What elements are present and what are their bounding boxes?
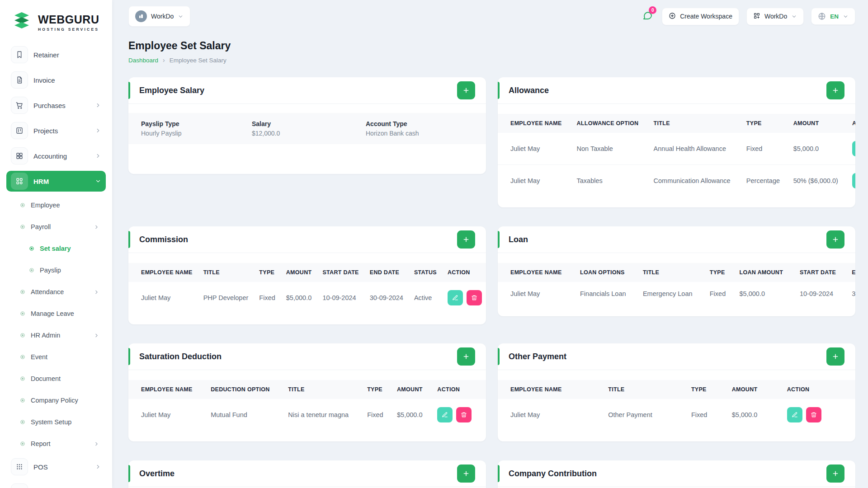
sidebar-item-pos[interactable]: POS	[6, 456, 106, 477]
breadcrumb-dashboard-link[interactable]: Dashboard	[128, 57, 158, 64]
table-cell: Juliet May	[128, 282, 198, 314]
employee-salary-body: Payslip Type Hourly Payslip Salary $12,0…	[128, 104, 486, 174]
chevron-right-icon	[94, 333, 99, 338]
bullet-icon	[20, 202, 25, 208]
purchases-icon	[11, 97, 28, 114]
table-cell: Juliet May	[498, 165, 571, 197]
breadcrumb-separator-icon: ›	[163, 56, 165, 64]
table-row: Juliet MayFinancials LoanEmergency LoanF…	[498, 282, 855, 305]
pos-icon	[11, 458, 28, 475]
add-commission-button[interactable]	[457, 230, 475, 249]
messages-button[interactable]: 0	[642, 10, 653, 23]
add-saturation-deduction-button[interactable]	[457, 347, 475, 366]
sidebar-item-company-policy[interactable]: Company Policy	[6, 391, 106, 409]
hrm-icon	[11, 173, 28, 190]
sidebar-item-document[interactable]: Document	[6, 370, 106, 388]
sidebar-item-label: HR Admin	[31, 332, 60, 339]
column-header: ACTION	[847, 114, 855, 133]
add-company-contribution-button[interactable]	[826, 465, 844, 483]
sidebar-item-label: Event	[31, 353, 47, 361]
create-workspace-button[interactable]: Create Workspace	[662, 8, 739, 25]
sidebar-item-purchases[interactable]: Purchases	[6, 95, 106, 116]
sidebar-item-projects[interactable]: Projects	[6, 120, 106, 141]
sidebar-item-payslip[interactable]: Payslip	[6, 261, 106, 279]
language-selector[interactable]: EN	[811, 8, 855, 25]
edit-button[interactable]	[448, 290, 463, 305]
card-header: Employee Salary	[128, 77, 486, 104]
table-cell: 10-09-2024	[794, 282, 846, 305]
bullet-icon	[20, 354, 25, 360]
delete-button[interactable]	[806, 407, 821, 422]
column-header: EMPLOYEE NAME	[498, 114, 571, 133]
page-content: Employee Set Salary Dashboard › Employee…	[112, 33, 868, 488]
bullet-icon	[29, 267, 34, 273]
topbar: WorkDo 0 Create Workspace	[112, 0, 868, 33]
add-other-payment-button[interactable]	[826, 347, 844, 366]
chevron-right-icon	[94, 441, 99, 447]
sidebar-item-accounting[interactable]: Accounting	[6, 145, 106, 166]
edit-button[interactable]	[852, 141, 855, 156]
sidebar-nav: Retainer Invoice Purchases Projects	[0, 43, 112, 488]
sidebar-item-label: Payroll	[31, 223, 51, 230]
add-overtime-button[interactable]	[457, 465, 475, 483]
sidebar-item-invoice[interactable]: Invoice	[6, 70, 106, 90]
card-saturation-deduction: Saturation Deduction EMPLOYEE NAMEDEDUCT…	[128, 343, 486, 441]
column-header: TYPE	[741, 114, 788, 133]
column-header: TYPE	[704, 263, 734, 282]
card-header: Company Contribution	[498, 460, 855, 487]
sidebar-item-label: Report	[31, 440, 51, 447]
sidebar-item-report[interactable]: Report	[6, 435, 106, 453]
sidebar-item-employee[interactable]: Employee	[6, 196, 106, 214]
chevron-down-icon	[178, 14, 184, 19]
sidebar-item-payroll[interactable]: Payroll	[6, 218, 106, 236]
sidebar-item-set-salary[interactable]: Set salary	[6, 239, 106, 258]
field-value: $12,000.0	[252, 130, 366, 137]
field-value: Hourly Payslip	[141, 130, 252, 137]
table-row: Juliet MayMutual FundNisi a tenetur magn…	[128, 399, 486, 431]
chevron-right-icon	[95, 153, 101, 159]
bullet-icon	[20, 419, 25, 425]
edit-button[interactable]	[437, 407, 453, 422]
table-cell: Other Payment	[603, 399, 686, 431]
allowance-table: EMPLOYEE NAMEALLOWANCE OPTIONTITLETYPEAM…	[498, 114, 855, 197]
sidebar-item-retainer[interactable]: Retainer	[6, 44, 106, 65]
column-header: END DATE	[846, 263, 855, 282]
edit-button[interactable]	[787, 407, 802, 422]
sidebar-item-event[interactable]: Event	[6, 348, 106, 366]
workspace-menu-button[interactable]: WorkDo	[746, 8, 804, 25]
bullet-icon	[20, 224, 25, 230]
add-allowance-button[interactable]	[826, 81, 844, 99]
edit-button[interactable]	[852, 173, 855, 188]
sidebar-item-system-setup[interactable]: System Setup	[6, 413, 106, 431]
sidebar-item-hr-admin[interactable]: HR Admin	[6, 326, 106, 344]
card-loan: Loan EMPLOYEE NAMELOAN OPTIONSTITLETYPEL…	[498, 226, 855, 316]
brand-name: WEBGURU	[38, 14, 99, 25]
chevron-right-icon	[94, 224, 99, 230]
delete-button[interactable]	[467, 290, 482, 305]
sidebar-item-crm[interactable]: CRM	[6, 482, 106, 488]
sidebar-item-label: Payslip	[40, 267, 61, 274]
workspace-selector[interactable]: WorkDo	[128, 6, 190, 27]
field-label: Account Type	[366, 120, 473, 127]
sidebar-item-label: HRM	[33, 178, 49, 185]
sidebar-item-label: Employee	[31, 202, 60, 209]
bullet-icon	[20, 289, 25, 295]
actions-cell	[847, 165, 855, 197]
add-loan-button[interactable]	[826, 230, 844, 249]
table-cell: Fixed	[362, 399, 392, 431]
sidebar-item-manage-leave[interactable]: Manage Leave	[6, 305, 106, 323]
sidebar-item-label: POS	[33, 463, 48, 471]
sidebar-item-attendance[interactable]: Attendance	[6, 283, 106, 301]
delete-button[interactable]	[456, 407, 472, 422]
add-employee-salary-button[interactable]	[457, 81, 475, 99]
sidebar-item-hrm[interactable]: HRM	[6, 171, 106, 192]
table-cell: $5,000.0	[392, 399, 432, 431]
sidebar-item-label: Set salary	[40, 245, 71, 252]
sidebar-item-label: Accounting	[33, 152, 67, 160]
sidebar-item-label: Company Policy	[31, 397, 78, 404]
actions-cell	[432, 399, 486, 431]
card-commission: Commission EMPLOYEE NAMETITLETYPEAMOUNTS…	[128, 226, 486, 324]
column-header: EMPLOYEE NAME	[498, 263, 575, 282]
sidebar-item-label: Attendance	[31, 288, 64, 296]
table-cell: $5,000.0	[726, 399, 782, 431]
